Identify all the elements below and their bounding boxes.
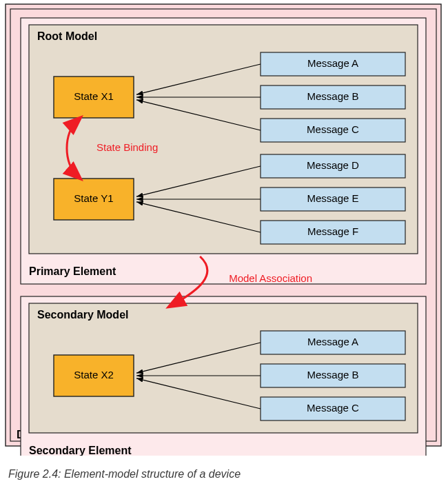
model-label: Secondary Model (37, 309, 128, 321)
model-label: Root Model (37, 30, 97, 42)
message-label: Message D (307, 159, 359, 171)
device-diagram: Device APrimary ElementRoot ModelMessage… (4, 3, 442, 456)
state-label: State Y1 (74, 192, 113, 204)
message-label: Message C (307, 402, 359, 414)
element-label: Primary Element (29, 265, 116, 277)
message-label: Message E (307, 192, 358, 204)
message-label: Message A (307, 57, 358, 69)
model-association-label: Model Association (229, 272, 312, 284)
state-binding-label: State Binding (96, 141, 158, 153)
figure-caption: Figure 2.4: Element-model structure of a… (8, 468, 442, 480)
element-label: Secondary Element (29, 445, 132, 456)
message-label: Message B (307, 90, 358, 102)
message-label: Message B (307, 369, 358, 381)
state-label: State X2 (74, 369, 114, 381)
message-label: Message C (307, 123, 359, 135)
message-label: Message F (307, 225, 358, 237)
state-label: State X1 (74, 90, 114, 102)
message-label: Message A (307, 336, 358, 347)
